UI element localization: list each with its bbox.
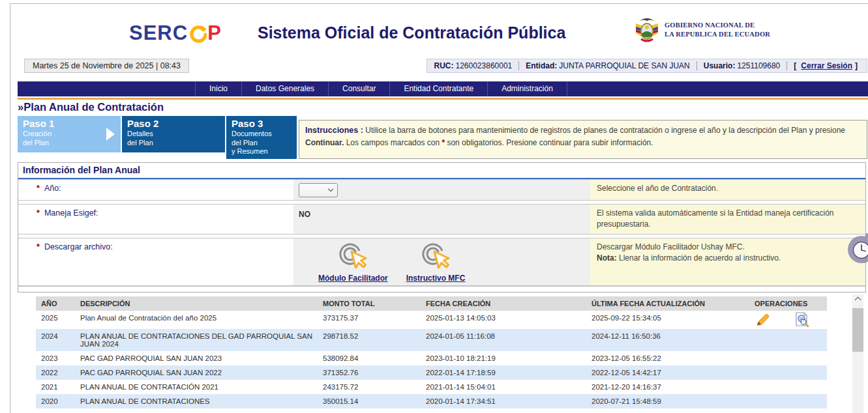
logout-bracket-close: ] [855,61,858,70]
nav-item-administracion[interactable]: Administración [488,81,567,96]
cell-created: 2021-01-14 15:04:01 [421,380,586,394]
ruc-label: RUC: [434,61,454,70]
divider [786,61,787,70]
table-scrollbar[interactable] [852,294,863,413]
download-click-icon[interactable] [421,243,451,272]
entity-label: Entidad: [526,61,557,70]
cell-operations [749,311,827,329]
plan-info-panel: Información del Plan Anual *Año: Selecci… [18,162,866,292]
anio-label-cell: *Año: [18,180,293,200]
nav-item-consultar[interactable]: Consultar [329,81,390,96]
nav-item-datos-generales[interactable]: Datos Generales [242,81,329,96]
government-brand: GOBIERNO NACIONAL DE LA REPUBLICA DEL EC… [634,16,770,44]
step-1-creacion[interactable]: Paso 1 Creación del Plan [18,116,121,152]
cell-year: 2022 [36,365,75,380]
nav-item-entidad-contratante[interactable]: Entidad Contratante [390,81,488,96]
chevron-down-icon [328,186,333,192]
cell-created: 2022-01-14 17:18:59 [421,365,586,380]
year-select[interactable] [299,183,338,197]
cell-operations [749,365,827,380]
cell-desc: Plan Anual de Contratación del año 2025 [75,311,318,329]
form-row-esigef: *Maneja Esigef: NO El sistema valida aut… [18,204,865,235]
step-3-documentos[interactable]: Paso 3 Documentos del Plan y Resumen [226,116,297,159]
view-document-icon[interactable] [795,312,809,328]
step-3-title: Paso 3 [226,116,297,130]
modulo-facilitador-block: Módulo Facilitador [318,243,388,283]
instructions-box: Instrucciones : Utilice la barra de boto… [299,120,867,159]
cell-monto: 371352.76 [318,365,421,380]
cell-updated: 2021-12-20 14:16:37 [586,380,749,394]
esigef-label-cell: *Maneja Esigef: [18,205,293,234]
scrollbar-thumb[interactable] [852,308,863,352]
panel-title: Información del Plan Anual [18,163,865,179]
cell-created: 2024-01-05 11:16:08 [421,329,586,351]
download-click-icon[interactable] [338,243,368,272]
header-anio: AÑO [36,296,75,311]
descargar-label-cell: *Descargar archivo: [18,238,293,285]
timer-widget[interactable] [846,233,868,264]
descargar-help-line1: Descargar Módulo Facilitador Ushay MFC. [597,242,859,253]
header-operaciones: OPERACIONES [749,296,827,311]
table-row: 2020 PLAN ANUAL DE CONTRATACIONES 350015… [36,394,827,408]
logout-link[interactable]: Cerrar Sesión [801,61,852,70]
header-descripcion: DESCRIPCIÓN [75,296,318,311]
table-row: 2024 PLAN ANUAL DE CONTRATACIONES DEL GA… [36,329,827,351]
modulo-facilitador-link[interactable]: Módulo Facilitador [318,274,388,283]
cell-desc: PLAN ANUAL DE CONTRATACIÓN 2021 [75,380,318,394]
anio-value-cell [293,180,590,200]
page-title: »Plan Anual de Contratación [18,101,164,113]
cell-desc: PLAN ANUAL DE CONTRATACIONES [75,394,318,408]
sercop-logo-text-p: P [207,21,222,45]
cell-year: 2020 [36,394,75,408]
cell-updated: 2025-09-22 15:34:05 [586,311,749,329]
edit-pencil-icon[interactable] [755,313,770,327]
anio-label: Año: [44,184,61,193]
step-2-detalles[interactable]: Paso 2 Detalles del Plan [122,116,225,152]
instructivo-mfc-link[interactable]: Instructivo MFC [406,274,466,283]
step-1-line2: del Plan [18,139,121,148]
logout-bracket-open: [ [794,61,796,70]
esigef-help-text: El sistema valida automáticamente si la … [590,205,865,234]
ecuador-coat-of-arms-icon [634,16,660,44]
cell-updated: 2020-07-21 15:48:59 [586,394,749,408]
cell-updated: 2023-12-05 16:55:22 [586,351,749,365]
session-bar: RUC: 1260023860001 Entidad: JUNTA PARROQ… [427,59,868,73]
nav-item-inicio[interactable]: Inicio [195,81,242,96]
nota-label: Nota: [597,253,617,263]
header-fecha-creacion: FECHA CREACIÓN [421,296,586,311]
descargar-help-text: Descargar Módulo Facilitador Ushay MFC. … [590,238,865,285]
step-3-line1: Documentos [226,130,297,139]
step-2-title: Paso 2 [122,116,225,130]
sercop-swirl-o-icon [189,25,207,43]
cell-created: 2025-01-13 14:05:03 [421,311,586,329]
instructions-text-2: Los campos marcados con [344,138,441,147]
scroll-up-button[interactable] [852,294,863,305]
instructions-label: Instrucciones : [305,126,363,135]
divider [696,61,697,70]
user-value: 1251109680 [737,61,780,70]
cell-created: 2020-01-14 17:34:51 [421,394,586,408]
cell-monto: 373175.37 [318,311,421,329]
descargar-label: Descargar archivo: [44,242,113,251]
required-asterisk: * [37,208,40,218]
step-arrow-icon [106,128,115,141]
cell-operations [749,380,827,394]
table-row: 2021 PLAN ANUAL DE CONTRATACIÓN 2021 243… [36,380,827,394]
cell-monto: 243175.72 [318,380,421,394]
nav-gold-divider [18,98,868,100]
instructions-text-1: Utilice la barra de botones para manteni… [363,126,845,135]
cell-created: 2023-01-10 18:21:19 [421,351,586,365]
step-3-line2: del Plan [226,139,297,148]
cell-monto: 298718.52 [318,329,421,351]
cell-operations [749,329,827,351]
cell-year: 2025 [36,311,75,329]
plans-table-header: AÑO DESCRIPCIÓN MONTO TOTAL FECHA CREACI… [36,296,827,311]
esigef-label: Maneja Esigef: [44,208,98,218]
cell-year: 2023 [36,351,75,365]
instructivo-mfc-block: Instructivo MFC [406,243,466,283]
required-asterisk: * [37,242,40,251]
step-2-line1: Detalles [122,130,225,139]
esigef-value: NO [299,207,585,219]
table-row: 2023 PAC GAD PARROQUIAL SAN JUAN 2023 53… [36,351,827,365]
user-label: Usuario: [704,61,736,70]
